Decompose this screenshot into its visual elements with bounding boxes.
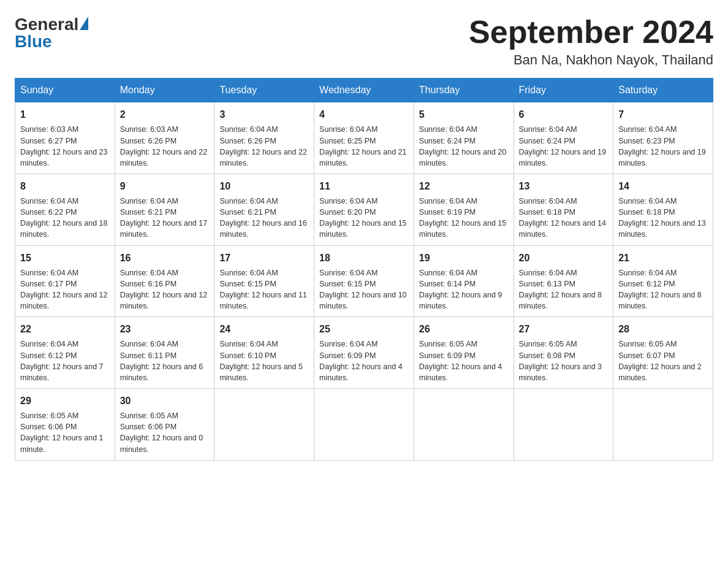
logo-blue-text: Blue	[15, 32, 52, 52]
logo-triangle-icon	[80, 17, 88, 30]
day-number: 6	[519, 107, 609, 121]
calendar-cell: 8Sunrise: 6:04 AMSunset: 6:22 PMDaylight…	[15, 174, 115, 245]
day-number: 26	[419, 322, 509, 336]
day-info: Sunrise: 6:03 AMSunset: 6:27 PMDaylight:…	[20, 124, 110, 169]
month-title: September 2024	[469, 15, 713, 50]
day-number: 14	[618, 179, 708, 193]
weekday-header-monday: Monday	[115, 79, 214, 102]
day-number: 27	[519, 322, 609, 336]
day-info: Sunrise: 6:04 AMSunset: 6:15 PMDaylight:…	[219, 267, 309, 312]
day-number: 20	[519, 251, 609, 265]
day-info: Sunrise: 6:04 AMSunset: 6:17 PMDaylight:…	[20, 267, 110, 312]
day-info: Sunrise: 6:05 AMSunset: 6:07 PMDaylight:…	[618, 339, 708, 383]
day-number: 3	[219, 107, 309, 121]
day-number: 17	[219, 251, 309, 265]
calendar-week-3: 15Sunrise: 6:04 AMSunset: 6:17 PMDayligh…	[15, 245, 713, 317]
day-number: 30	[120, 394, 210, 408]
page-header: General Blue September 2024 Ban Na, Nakh…	[15, 15, 713, 68]
calendar-cell: 5Sunrise: 6:04 AMSunset: 6:24 PMDaylight…	[414, 102, 514, 174]
calendar-cell: 18Sunrise: 6:04 AMSunset: 6:15 PMDayligh…	[314, 245, 414, 317]
day-number: 11	[319, 179, 409, 193]
weekday-header-thursday: Thursday	[414, 79, 514, 102]
day-number: 9	[120, 179, 210, 193]
day-info: Sunrise: 6:05 AMSunset: 6:08 PMDaylight:…	[519, 339, 609, 383]
weekday-header-row: SundayMondayTuesdayWednesdayThursdayFrid…	[15, 79, 713, 102]
day-number: 7	[618, 107, 708, 121]
day-info: Sunrise: 6:04 AMSunset: 6:13 PMDaylight:…	[519, 267, 609, 312]
calendar-cell: 3Sunrise: 6:04 AMSunset: 6:26 PMDaylight…	[214, 102, 314, 174]
calendar-cell: 14Sunrise: 6:04 AMSunset: 6:18 PMDayligh…	[613, 174, 713, 245]
location-title: Ban Na, Nakhon Nayok, Thailand	[469, 52, 713, 68]
day-number: 21	[618, 251, 708, 265]
day-number: 4	[319, 107, 409, 121]
calendar-cell: 23Sunrise: 6:04 AMSunset: 6:11 PMDayligh…	[115, 317, 214, 389]
day-number: 25	[319, 322, 409, 336]
day-info: Sunrise: 6:04 AMSunset: 6:10 PMDaylight:…	[219, 339, 309, 383]
calendar-week-4: 22Sunrise: 6:04 AMSunset: 6:12 PMDayligh…	[15, 317, 713, 389]
day-number: 29	[20, 394, 110, 408]
day-info: Sunrise: 6:04 AMSunset: 6:20 PMDaylight:…	[319, 196, 409, 240]
calendar-cell: 21Sunrise: 6:04 AMSunset: 6:12 PMDayligh…	[613, 245, 713, 317]
day-info: Sunrise: 6:05 AMSunset: 6:09 PMDaylight:…	[419, 339, 509, 383]
day-number: 1	[20, 107, 110, 121]
day-info: Sunrise: 6:04 AMSunset: 6:12 PMDaylight:…	[618, 267, 708, 312]
day-number: 8	[20, 179, 110, 193]
weekday-header-sunday: Sunday	[15, 79, 115, 102]
day-number: 15	[20, 251, 110, 265]
calendar-cell: 20Sunrise: 6:04 AMSunset: 6:13 PMDayligh…	[514, 245, 613, 317]
calendar-cell: 11Sunrise: 6:04 AMSunset: 6:20 PMDayligh…	[314, 174, 414, 245]
day-info: Sunrise: 6:04 AMSunset: 6:16 PMDaylight:…	[120, 267, 210, 312]
day-number: 5	[419, 107, 509, 121]
day-info: Sunrise: 6:05 AMSunset: 6:06 PMDaylight:…	[120, 410, 210, 455]
day-number: 2	[120, 107, 210, 121]
day-info: Sunrise: 6:04 AMSunset: 6:22 PMDaylight:…	[20, 196, 110, 240]
day-info: Sunrise: 6:04 AMSunset: 6:12 PMDaylight:…	[20, 339, 110, 383]
title-area: September 2024 Ban Na, Nakhon Nayok, Tha…	[469, 15, 713, 68]
calendar-cell: 16Sunrise: 6:04 AMSunset: 6:16 PMDayligh…	[115, 245, 214, 317]
day-info: Sunrise: 6:04 AMSunset: 6:09 PMDaylight:…	[319, 339, 409, 383]
calendar-cell: 7Sunrise: 6:04 AMSunset: 6:23 PMDaylight…	[613, 102, 713, 174]
calendar-cell: 28Sunrise: 6:05 AMSunset: 6:07 PMDayligh…	[613, 317, 713, 389]
day-number: 16	[120, 251, 210, 265]
weekday-header-saturday: Saturday	[613, 79, 713, 102]
day-info: Sunrise: 6:04 AMSunset: 6:19 PMDaylight:…	[419, 196, 509, 240]
calendar-week-5: 29Sunrise: 6:05 AMSunset: 6:06 PMDayligh…	[15, 388, 713, 460]
calendar-cell	[214, 388, 314, 460]
calendar-cell: 17Sunrise: 6:04 AMSunset: 6:15 PMDayligh…	[214, 245, 314, 317]
calendar-cell: 24Sunrise: 6:04 AMSunset: 6:10 PMDayligh…	[214, 317, 314, 389]
day-info: Sunrise: 6:04 AMSunset: 6:25 PMDaylight:…	[319, 124, 409, 169]
day-info: Sunrise: 6:05 AMSunset: 6:06 PMDaylight:…	[20, 410, 110, 455]
weekday-header-tuesday: Tuesday	[214, 79, 314, 102]
day-info: Sunrise: 6:04 AMSunset: 6:21 PMDaylight:…	[120, 196, 210, 240]
day-info: Sunrise: 6:04 AMSunset: 6:18 PMDaylight:…	[618, 196, 708, 240]
day-number: 23	[120, 322, 210, 336]
calendar-cell	[314, 388, 414, 460]
day-info: Sunrise: 6:04 AMSunset: 6:26 PMDaylight:…	[219, 124, 309, 169]
calendar-week-1: 1Sunrise: 6:03 AMSunset: 6:27 PMDaylight…	[15, 102, 713, 174]
calendar-cell	[414, 388, 514, 460]
weekday-header-friday: Friday	[514, 79, 613, 102]
calendar-cell: 12Sunrise: 6:04 AMSunset: 6:19 PMDayligh…	[414, 174, 514, 245]
day-number: 13	[519, 179, 609, 193]
calendar-cell: 22Sunrise: 6:04 AMSunset: 6:12 PMDayligh…	[15, 317, 115, 389]
calendar-cell: 2Sunrise: 6:03 AMSunset: 6:26 PMDaylight…	[115, 102, 214, 174]
calendar-cell: 15Sunrise: 6:04 AMSunset: 6:17 PMDayligh…	[15, 245, 115, 317]
calendar-cell	[613, 388, 713, 460]
calendar-cell: 6Sunrise: 6:04 AMSunset: 6:24 PMDaylight…	[514, 102, 613, 174]
day-info: Sunrise: 6:04 AMSunset: 6:24 PMDaylight:…	[519, 124, 609, 169]
logo: General Blue	[15, 15, 88, 52]
day-info: Sunrise: 6:04 AMSunset: 6:24 PMDaylight:…	[419, 124, 509, 169]
day-info: Sunrise: 6:04 AMSunset: 6:18 PMDaylight:…	[519, 196, 609, 240]
calendar-table: SundayMondayTuesdayWednesdayThursdayFrid…	[15, 78, 713, 460]
day-info: Sunrise: 6:04 AMSunset: 6:15 PMDaylight:…	[319, 267, 409, 312]
day-number: 22	[20, 322, 110, 336]
day-number: 12	[419, 179, 509, 193]
day-number: 24	[219, 322, 309, 336]
weekday-header-wednesday: Wednesday	[314, 79, 414, 102]
calendar-cell: 30Sunrise: 6:05 AMSunset: 6:06 PMDayligh…	[115, 388, 214, 460]
calendar-cell: 10Sunrise: 6:04 AMSunset: 6:21 PMDayligh…	[214, 174, 314, 245]
calendar-cell: 4Sunrise: 6:04 AMSunset: 6:25 PMDaylight…	[314, 102, 414, 174]
day-number: 18	[319, 251, 409, 265]
calendar-cell: 26Sunrise: 6:05 AMSunset: 6:09 PMDayligh…	[414, 317, 514, 389]
calendar-cell: 19Sunrise: 6:04 AMSunset: 6:14 PMDayligh…	[414, 245, 514, 317]
